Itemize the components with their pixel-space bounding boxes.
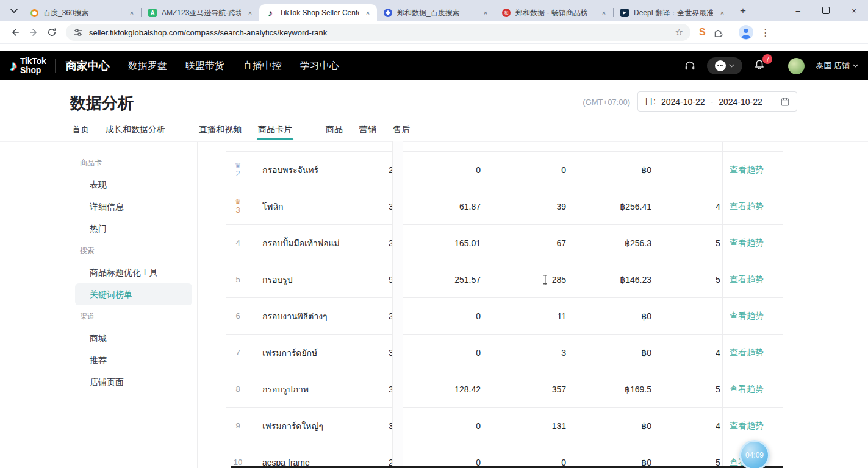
tab-after-sale[interactable]: 售后 xyxy=(393,124,410,135)
window-close-button[interactable]: × xyxy=(840,0,868,21)
nav-learning-center[interactable]: 学习中心 xyxy=(300,60,339,73)
date-range-picker[interactable]: 日: 2024-10-22 - 2024-10-22 xyxy=(637,91,797,112)
tab-close-icon[interactable]: × xyxy=(717,8,727,18)
seller-center-page: ♪ TikTok Shop 商家中心 数据罗盘 联盟带货 直播中控 学习中心 xyxy=(0,44,868,468)
nav-seller-center[interactable]: 商家中心 xyxy=(66,58,110,73)
keyword-cell: กรอบรูปภาพ xyxy=(262,371,387,407)
sidebar-item-performance[interactable]: 表现 xyxy=(70,174,197,196)
forward-button[interactable] xyxy=(24,23,43,41)
table-row: 8 กรอบรูปภาพ 3 128.42 357 ฿169.5 5 查看趋势 xyxy=(226,371,783,408)
tab-marketing[interactable]: 营销 xyxy=(359,124,376,135)
browser-tab-baidu360[interactable]: 百度_360搜索 × xyxy=(23,4,141,21)
sidebar-item-details[interactable]: 详细信息 xyxy=(70,196,197,218)
window-controls: – × xyxy=(784,0,868,21)
favicon-deepl-icon xyxy=(620,8,629,18)
clipped-value: 5 xyxy=(716,371,722,407)
nav-live-console[interactable]: 直播中控 xyxy=(243,60,282,73)
keyword-cell: เฟรมการ์ดใหญ่ๆ xyxy=(262,408,387,444)
sticky-column-border xyxy=(722,142,723,468)
view-trend-link[interactable]: 查看趋势 xyxy=(730,371,764,407)
headset-icon[interactable] xyxy=(684,60,696,72)
rank-number: 2 xyxy=(235,169,240,177)
clipped-value: 4 xyxy=(716,335,722,370)
tab-close-icon[interactable]: × xyxy=(363,8,373,18)
tab-search-button[interactable] xyxy=(6,3,22,19)
view-trend-link[interactable]: 查看趋势 xyxy=(730,261,764,297)
site-info-icon[interactable] xyxy=(73,27,83,37)
minimize-button[interactable]: – xyxy=(784,0,812,21)
browser-tab-zhenghe-baidu[interactable]: 郑和数据_百度搜索 × xyxy=(377,4,495,21)
view-trend-link[interactable]: 查看趋势 xyxy=(730,335,764,370)
sidebar-item-keyword-rank[interactable]: 关键词榜单 xyxy=(75,283,192,305)
gmv-cell: ฿0 xyxy=(592,408,651,444)
messages-button[interactable] xyxy=(707,57,742,74)
reload-icon xyxy=(47,27,57,37)
sidebar-item-title-optimizer[interactable]: 商品标题优化工具 xyxy=(70,261,197,283)
maximize-icon xyxy=(822,7,830,14)
view-trend-link[interactable]: 查看趋势 xyxy=(730,188,764,224)
notifications-button[interactable]: 7 xyxy=(753,58,766,73)
extensions-puzzle-icon[interactable] xyxy=(713,27,723,38)
favicon-amz123-icon: A xyxy=(148,8,157,18)
rank-cell: 4 xyxy=(229,225,246,261)
back-button[interactable] xyxy=(6,23,24,41)
tab-close-icon[interactable]: × xyxy=(481,8,490,18)
value-cell: 67 xyxy=(506,225,566,261)
tab-close-icon[interactable]: × xyxy=(599,8,609,18)
value-cell: 0 xyxy=(506,444,566,468)
sidebar: 商品卡 表现 详细信息 热门 搜索 商品标题优化工具 关键词榜单 渠道 商城 推… xyxy=(70,142,197,393)
table-row: 5 กรอบรูป 9 251.57 285 ฿146.23 5 查看趋势 xyxy=(226,261,783,298)
tab-product[interactable]: 商品 xyxy=(326,124,343,135)
sidebar-item-mall[interactable]: 商城 xyxy=(70,327,197,349)
bookmark-star-icon[interactable]: ☆ xyxy=(675,27,683,38)
view-trend-link[interactable]: 查看趋势 xyxy=(730,225,764,261)
view-trend-link[interactable]: 查看趋势 xyxy=(730,298,764,334)
gmv-cell: ฿0 xyxy=(592,444,651,468)
shop-avatar[interactable] xyxy=(788,58,805,74)
date-start: 2024-10-22 xyxy=(661,97,705,107)
value-cell: 0 xyxy=(421,444,481,468)
nav-affiliate[interactable]: 联盟带货 xyxy=(185,60,224,73)
browser-menu-icon[interactable]: ⋮ xyxy=(761,27,770,38)
clipped-value: 4 xyxy=(716,188,722,224)
browser-tab-tiktok-active[interactable]: ♪ TikTok Shop Seller Cente × xyxy=(259,4,377,21)
view-trend-link[interactable]: 查看趋势 xyxy=(730,408,764,444)
nav-data-compass[interactable]: 数据罗盘 xyxy=(128,60,167,73)
table-row: ♛2 กรอบพระจันทร์ 2 0 0 ฿0 查看趋势 xyxy=(226,152,783,188)
tiktok-shop-logo[interactable]: ♪ TikTok Shop xyxy=(10,57,46,74)
browser-tab-amz123[interactable]: A AMZ123亚马逊导航-跨境… × xyxy=(142,4,259,21)
address-bar[interactable]: seller.tiktokglobalshop.com/compass/sear… xyxy=(66,24,690,41)
clipped-value: 5 xyxy=(716,444,722,468)
keyword-rank-table: ♛2 กรอบพระจันทร์ 2 0 0 ฿0 查看趋势 ♛3 โฟลิก … xyxy=(226,142,783,468)
floating-timer-widget[interactable]: 04:09 xyxy=(739,440,770,468)
sidebar-item-shop-page[interactable]: 店铺页面 xyxy=(70,371,197,393)
value-cell: 285 xyxy=(506,261,566,297)
browser-tab-strip: 百度_360搜索 × A AMZ123亚马逊导航-跨境… × ♪ TikTok … xyxy=(0,0,868,21)
shop-switcher[interactable]: 泰国 店铺 xyxy=(816,60,858,71)
tab-home[interactable]: 首页 xyxy=(72,124,89,135)
tab-title: TikTok Shop Seller Cente xyxy=(279,9,359,17)
favicon-tiktok-icon: ♪ xyxy=(265,8,275,18)
sidebar-item-recommend[interactable]: 推荐 xyxy=(70,349,197,371)
notification-badge: 7 xyxy=(762,54,772,64)
tab-growth-analytics[interactable]: 成长和数据分析 xyxy=(106,124,165,135)
tab-live-video[interactable]: 直播和视频 xyxy=(199,124,242,135)
browser-tab-zhenghe-rank[interactable]: 和 郑和数据 - 畅销商品榜 × xyxy=(495,4,613,21)
tab-product-card[interactable]: 商品卡片 xyxy=(258,124,292,135)
browser-toolbar: seller.tiktokglobalshop.com/compass/sear… xyxy=(0,21,868,44)
new-tab-button[interactable]: + xyxy=(735,3,751,19)
url-text[interactable]: seller.tiktokglobalshop.com/compass/sear… xyxy=(89,28,675,37)
tab-close-icon[interactable]: × xyxy=(245,8,255,18)
tab-close-icon[interactable]: × xyxy=(127,8,137,18)
table-row: 7 เฟรมการ์ดยักษ์ 3 0 3 ฿0 4 查看趋势 xyxy=(226,335,783,371)
gmv-cell: ฿0 xyxy=(592,335,651,370)
view-trend-link[interactable]: 查看趋势 xyxy=(730,152,764,188)
maximize-button[interactable] xyxy=(812,0,840,21)
reload-button[interactable] xyxy=(43,23,61,41)
browser-tab-deepl[interactable]: DeepL翻译：全世界最准… × xyxy=(614,4,731,21)
extension-s-icon[interactable]: S xyxy=(699,27,706,38)
profile-avatar-icon[interactable] xyxy=(739,25,753,40)
sidebar-item-trending[interactable]: 热门 xyxy=(70,218,197,239)
value-text: 285 xyxy=(552,275,566,285)
rank-cell: ♛3 xyxy=(229,188,246,224)
